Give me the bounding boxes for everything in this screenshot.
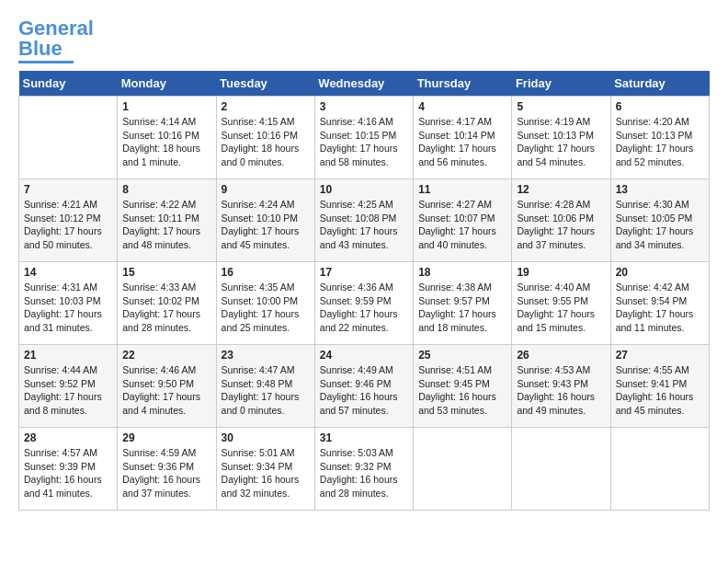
cell-content-line: Daylight: 17 hours — [517, 224, 605, 238]
cell-content-line: and 28 minutes. — [320, 487, 408, 500]
calendar-week-row: 7Sunrise: 4:21 AMSunset: 10:12 PMDayligh… — [19, 179, 710, 262]
calendar-cell: 24Sunrise: 4:49 AMSunset: 9:46 PMDayligh… — [314, 345, 413, 428]
cell-content-line: Daylight: 17 hours — [222, 390, 310, 404]
day-number: 20 — [616, 266, 704, 279]
cell-content-line: Sunset: 10:06 PM — [517, 212, 605, 225]
cell-content-line: Daylight: 17 hours — [616, 307, 704, 321]
cell-content-line: and 54 minutes. — [517, 155, 605, 169]
day-number: 8 — [122, 183, 210, 196]
calendar-cell: 12Sunrise: 4:28 AMSunset: 10:06 PMDaylig… — [512, 179, 610, 262]
cell-content-line: and 45 minutes. — [616, 404, 704, 418]
day-number: 9 — [222, 183, 310, 196]
cell-content-line: and 37 minutes. — [517, 238, 605, 252]
cell-content-line: Sunrise: 4:19 AM — [517, 115, 605, 129]
cell-content-line: Daylight: 17 hours — [122, 224, 210, 238]
cell-content-line: Sunset: 9:39 PM — [24, 460, 112, 474]
cell-content-line: Sunrise: 4:31 AM — [24, 281, 112, 294]
cell-content-line: Sunset: 9:55 PM — [517, 294, 605, 308]
day-number: 23 — [222, 349, 310, 362]
calendar-cell: 6Sunrise: 4:20 AMSunset: 10:13 PMDayligh… — [610, 97, 709, 179]
calendar-cell: 7Sunrise: 4:21 AMSunset: 10:12 PMDayligh… — [19, 179, 118, 262]
cell-content-line: and 34 minutes. — [616, 238, 704, 252]
day-number: 7 — [24, 183, 112, 196]
cell-content-line: Sunrise: 4:47 AM — [222, 363, 310, 377]
day-number: 4 — [418, 100, 506, 113]
day-number: 18 — [418, 266, 506, 279]
cell-content-line: Sunrise: 4:57 AM — [24, 446, 112, 460]
day-number: 11 — [418, 183, 506, 196]
cell-content-line: Sunset: 10:08 PM — [320, 212, 408, 225]
calendar-cell: 22Sunrise: 4:46 AMSunset: 9:50 PMDayligh… — [118, 345, 216, 428]
calendar-cell: 21Sunrise: 4:44 AMSunset: 9:52 PMDayligh… — [19, 345, 118, 428]
cell-content-line: and 57 minutes. — [320, 404, 408, 418]
weekday-header-thursday: Thursday — [414, 71, 512, 97]
cell-content-line: Sunset: 9:46 PM — [320, 377, 408, 391]
cell-content-line: Sunset: 9:43 PM — [517, 377, 605, 391]
cell-content-line: Daylight: 16 hours — [320, 390, 408, 404]
cell-content-line: Sunset: 10:07 PM — [418, 212, 506, 225]
cell-content-line: Daylight: 16 hours — [122, 473, 210, 487]
cell-content-line: Sunset: 10:13 PM — [616, 129, 704, 143]
cell-content-line: Sunrise: 4:53 AM — [517, 363, 605, 377]
cell-content-line: Daylight: 16 hours — [24, 473, 112, 487]
cell-content-line: Daylight: 17 hours — [517, 142, 605, 155]
cell-content-line: Sunset: 10:11 PM — [122, 212, 210, 225]
cell-content-line: Daylight: 17 hours — [320, 142, 408, 155]
day-number: 29 — [122, 431, 210, 444]
calendar-cell: 8Sunrise: 4:22 AMSunset: 10:11 PMDayligh… — [118, 179, 216, 262]
cell-content-line: and 22 minutes. — [320, 321, 408, 335]
cell-content-line: and 31 minutes. — [24, 321, 112, 335]
cell-content-line: and 45 minutes. — [222, 238, 310, 252]
cell-content-line: and 0 minutes. — [222, 155, 310, 169]
page-header: General Blue — [18, 18, 710, 63]
calendar-cell: 18Sunrise: 4:38 AMSunset: 9:57 PMDayligh… — [414, 262, 512, 345]
cell-content-line: Sunset: 9:45 PM — [418, 377, 506, 391]
calendar-cell: 5Sunrise: 4:19 AMSunset: 10:13 PMDayligh… — [512, 97, 610, 179]
weekday-header-sunday: Sunday — [19, 71, 118, 97]
calendar-cell — [512, 428, 610, 511]
cell-content-line: Daylight: 16 hours — [222, 473, 310, 487]
cell-content-line: Sunrise: 4:42 AM — [616, 281, 704, 294]
cell-content-line: Sunrise: 4:36 AM — [320, 281, 408, 294]
calendar-cell: 1Sunrise: 4:14 AMSunset: 10:16 PMDayligh… — [118, 97, 216, 179]
cell-content-line: Sunset: 9:57 PM — [418, 294, 506, 308]
calendar-cell: 9Sunrise: 4:24 AMSunset: 10:10 PMDayligh… — [216, 179, 314, 262]
day-number: 31 — [320, 431, 408, 444]
cell-content-line: and 48 minutes. — [122, 238, 210, 252]
day-number: 30 — [222, 431, 310, 444]
day-number: 10 — [320, 183, 408, 196]
cell-content-line: Sunset: 9:36 PM — [122, 460, 210, 474]
cell-content-line: and 43 minutes. — [320, 238, 408, 252]
cell-content-line: Sunset: 10:12 PM — [24, 212, 112, 225]
cell-content-line: and 58 minutes. — [320, 155, 408, 169]
calendar-week-row: 28Sunrise: 4:57 AMSunset: 9:39 PMDayligh… — [19, 428, 710, 511]
calendar-week-row: 14Sunrise: 4:31 AMSunset: 10:03 PMDaylig… — [19, 262, 710, 345]
cell-content-line: Sunrise: 5:03 AM — [320, 446, 408, 460]
logo-text: General Blue — [18, 18, 94, 59]
cell-content-line: Daylight: 17 hours — [616, 142, 704, 155]
day-number: 22 — [122, 349, 210, 362]
calendar-cell: 26Sunrise: 4:53 AMSunset: 9:43 PMDayligh… — [512, 345, 610, 428]
cell-content-line: Sunrise: 4:21 AM — [24, 198, 112, 212]
cell-content-line: Sunset: 10:14 PM — [418, 129, 506, 143]
day-number: 14 — [24, 266, 112, 279]
cell-content-line: Sunrise: 4:15 AM — [222, 115, 310, 129]
day-number: 26 — [517, 349, 605, 362]
cell-content-line: Sunrise: 4:20 AM — [616, 115, 704, 129]
cell-content-line: Daylight: 17 hours — [616, 224, 704, 238]
cell-content-line: Sunset: 10:03 PM — [24, 294, 112, 308]
day-number: 19 — [517, 266, 605, 279]
calendar-week-row: 21Sunrise: 4:44 AMSunset: 9:52 PMDayligh… — [19, 345, 710, 428]
weekday-header-saturday: Saturday — [610, 71, 709, 97]
cell-content-line: Sunset: 10:05 PM — [616, 212, 704, 225]
day-number: 25 — [418, 349, 506, 362]
cell-content-line: Sunrise: 4:14 AM — [122, 115, 210, 129]
day-number: 15 — [122, 266, 210, 279]
day-number: 3 — [320, 100, 408, 113]
cell-content-line: Daylight: 17 hours — [418, 142, 506, 155]
calendar-cell: 19Sunrise: 4:40 AMSunset: 9:55 PMDayligh… — [512, 262, 610, 345]
calendar-cell: 28Sunrise: 4:57 AMSunset: 9:39 PMDayligh… — [19, 428, 118, 511]
day-number: 5 — [517, 100, 605, 113]
calendar-cell: 17Sunrise: 4:36 AMSunset: 9:59 PMDayligh… — [314, 262, 413, 345]
cell-content-line: Sunrise: 4:24 AM — [222, 198, 310, 212]
